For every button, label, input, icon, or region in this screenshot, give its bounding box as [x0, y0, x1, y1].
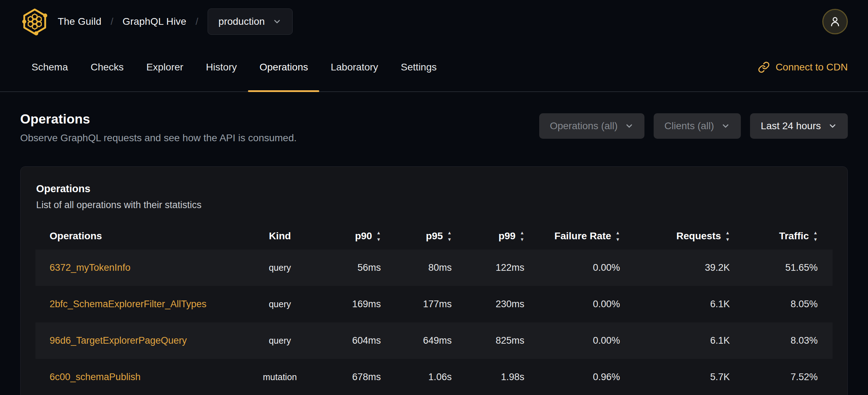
- target-selector-value: production: [219, 16, 265, 27]
- column-label: p99: [498, 230, 515, 242]
- operation-link[interactable]: 6c00_schemaPublish: [50, 372, 141, 382]
- tabs: Schema Checks Explorer History Operation…: [20, 43, 448, 91]
- filter-bar: Operations (all) Clients (all) Last 24 h…: [539, 113, 848, 139]
- column-header-traffic[interactable]: Traffic▲▼: [730, 223, 833, 250]
- tab-history[interactable]: History: [195, 43, 248, 91]
- column-header-p95[interactable]: p95▲▼: [381, 223, 452, 250]
- table-row: 6c00_schemaPublish mutation 678ms 1.06s …: [35, 359, 833, 395]
- page-title: Operations: [20, 112, 297, 127]
- p95-cell: 1.06s: [381, 359, 452, 395]
- traffic-cell: 7.52%: [730, 359, 833, 395]
- column-label: Failure Rate: [554, 230, 611, 242]
- chevron-down-icon: [625, 121, 634, 131]
- tab-checks[interactable]: Checks: [79, 43, 135, 91]
- tab-label: History: [206, 62, 237, 73]
- kind-cell: mutation: [239, 359, 321, 395]
- tab-schema[interactable]: Schema: [20, 43, 79, 91]
- user-menu-button[interactable]: [822, 9, 848, 34]
- tab-operations[interactable]: Operations: [248, 43, 319, 91]
- column-label: Traffic: [779, 230, 809, 242]
- column-header-p99[interactable]: p99▲▼: [452, 223, 524, 250]
- tab-label: Settings: [401, 62, 436, 73]
- connect-to-cdn-label: Connect to CDN: [776, 62, 848, 73]
- column-header-operations: Operations: [35, 223, 239, 250]
- sort-icon[interactable]: ▲▼: [520, 231, 524, 241]
- hive-logo-icon[interactable]: [20, 7, 49, 36]
- link-icon: [758, 61, 770, 73]
- column-label: p90: [355, 230, 372, 242]
- p95-cell: 177ms: [381, 286, 452, 322]
- card-subtitle: List of all operations with their statis…: [21, 200, 847, 211]
- app-root: The Guild / GraphQL Hive / production Sc…: [0, 0, 868, 395]
- operations-filter-dropdown[interactable]: Operations (all): [539, 113, 644, 139]
- p99-cell: 1.98s: [452, 359, 524, 395]
- requests-cell: 6.1K: [620, 286, 730, 322]
- requests-cell: 6.1K: [620, 322, 730, 359]
- kind-cell: query: [239, 286, 321, 322]
- sort-icon[interactable]: ▲▼: [615, 231, 620, 241]
- tab-label: Explorer: [146, 62, 183, 73]
- user-icon: [828, 15, 842, 28]
- failure-rate-cell: 0.00%: [524, 286, 620, 322]
- tab-label: Operations: [259, 62, 308, 73]
- table-row: 96d6_TargetExplorerPageQuery query 604ms…: [35, 322, 833, 359]
- period-filter-value: Last 24 hours: [761, 120, 821, 132]
- traffic-cell: 8.05%: [730, 286, 833, 322]
- tab-laboratory[interactable]: Laboratory: [319, 43, 389, 91]
- page-subtitle: Observe GraphQL requests and see how the…: [20, 132, 297, 144]
- column-header-p90[interactable]: p90▲▼: [321, 223, 381, 250]
- chevron-down-icon: [828, 121, 837, 131]
- tab-label: Laboratory: [331, 62, 378, 73]
- breadcrumb: The Guild / GraphQL Hive / production: [58, 8, 293, 35]
- table-header-row: Operations Kind p90▲▼ p95▲▼ p99▲▼ Failur…: [35, 223, 833, 250]
- sort-icon[interactable]: ▲▼: [725, 231, 730, 241]
- p90-cell: 678ms: [321, 359, 381, 395]
- connect-to-cdn-button[interactable]: Connect to CDN: [758, 61, 848, 73]
- clients-filter-dropdown[interactable]: Clients (all): [654, 113, 741, 139]
- kind-cell: query: [239, 250, 321, 286]
- card-title: Operations: [21, 183, 847, 195]
- chevron-down-icon: [272, 17, 282, 26]
- sort-icon[interactable]: ▲▼: [376, 231, 381, 241]
- table-row: 2bfc_SchemaExplorerFilter_AllTypes query…: [35, 286, 833, 322]
- requests-cell: 5.7K: [620, 359, 730, 395]
- breadcrumb-project[interactable]: GraphQL Hive: [123, 16, 186, 27]
- breadcrumb-separator: /: [111, 16, 113, 27]
- kind-cell: query: [239, 322, 321, 359]
- clients-filter-value: Clients (all): [664, 120, 714, 132]
- failure-rate-cell: 0.96%: [524, 359, 620, 395]
- traffic-cell: 51.65%: [730, 250, 833, 286]
- p99-cell: 230ms: [452, 286, 524, 322]
- tab-settings[interactable]: Settings: [389, 43, 448, 91]
- column-label: Requests: [676, 230, 721, 242]
- operations-table: Operations Kind p90▲▼ p95▲▼ p99▲▼ Failur…: [35, 223, 833, 395]
- requests-cell: 39.2K: [620, 250, 730, 286]
- column-header-kind: Kind: [239, 223, 321, 250]
- tab-bar: Schema Checks Explorer History Operation…: [0, 43, 868, 92]
- tab-label: Checks: [91, 62, 124, 73]
- operation-link[interactable]: 2bfc_SchemaExplorerFilter_AllTypes: [50, 299, 207, 309]
- breadcrumb-org[interactable]: The Guild: [58, 16, 101, 27]
- breadcrumb-separator: /: [196, 16, 198, 27]
- p95-cell: 649ms: [381, 322, 452, 359]
- p90-cell: 604ms: [321, 322, 381, 359]
- column-header-failure-rate[interactable]: Failure Rate▲▼: [524, 223, 620, 250]
- period-filter-dropdown[interactable]: Last 24 hours: [750, 113, 848, 139]
- p99-cell: 825ms: [452, 322, 524, 359]
- p99-cell: 122ms: [452, 250, 524, 286]
- target-selector-dropdown[interactable]: production: [208, 8, 293, 35]
- table-row: 6372_myTokenInfo query 56ms 80ms 122ms 0…: [35, 250, 833, 286]
- sort-icon[interactable]: ▲▼: [447, 231, 452, 241]
- operation-link[interactable]: 96d6_TargetExplorerPageQuery: [50, 335, 187, 346]
- p95-cell: 80ms: [381, 250, 452, 286]
- column-header-requests[interactable]: Requests▲▼: [620, 223, 730, 250]
- operation-link[interactable]: 6372_myTokenInfo: [50, 262, 130, 273]
- top-bar: The Guild / GraphQL Hive / production: [0, 0, 868, 43]
- column-label: p95: [426, 230, 443, 242]
- failure-rate-cell: 0.00%: [524, 250, 620, 286]
- sort-icon[interactable]: ▲▼: [813, 231, 818, 241]
- operations-filter-value: Operations (all): [550, 120, 618, 132]
- tab-explorer[interactable]: Explorer: [135, 43, 195, 91]
- page-head: Operations Observe GraphQL requests and …: [0, 92, 868, 144]
- operations-card: Operations List of all operations with t…: [20, 166, 848, 395]
